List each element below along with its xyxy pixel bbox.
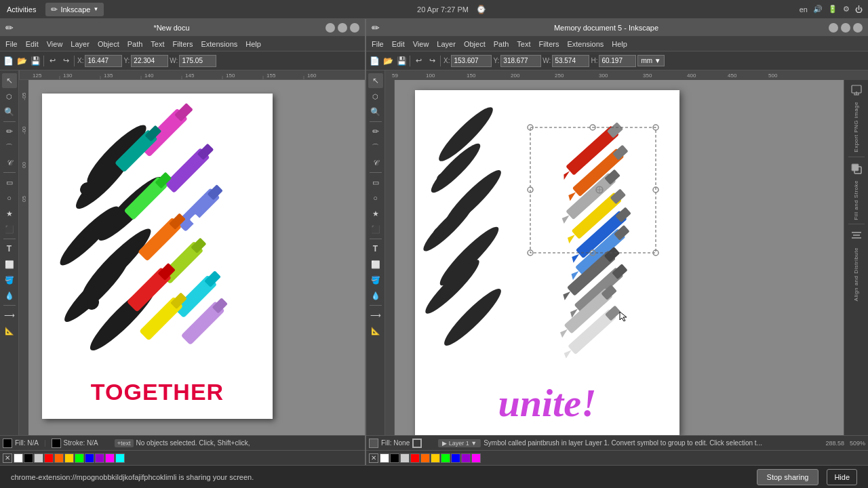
right-white-swatch[interactable] (380, 453, 389, 463)
magenta-swatch[interactable] (105, 453, 115, 463)
tool-calligraphy-right[interactable]: 𝒞 (368, 155, 383, 170)
menu-path-left[interactable]: Path (123, 39, 147, 49)
tb-redo-right[interactable]: ↪ (425, 54, 439, 68)
menu-text-right[interactable]: Text (513, 39, 534, 49)
tool-select-right[interactable]: ↖ (368, 73, 383, 88)
tool-dropper-right[interactable]: 💧 (368, 288, 383, 303)
stop-sharing-button[interactable]: Stop sharing (757, 469, 819, 485)
menu-edit-left[interactable]: Edit (22, 39, 43, 49)
tool-rect-right[interactable]: ▭ (368, 175, 383, 190)
left-canvas[interactable]: TOGETHER (28, 80, 365, 435)
tb-new-right[interactable]: 📄 (368, 54, 381, 68)
no-color-swatch[interactable]: ✕ (3, 453, 12, 463)
tool-ellipse[interactable]: ○ (2, 190, 17, 205)
blue-swatch[interactable] (85, 453, 94, 463)
white-swatch[interactable] (14, 453, 23, 463)
right-black-swatch[interactable] (390, 453, 399, 463)
layer-dropdown-right[interactable]: ▶ Layer 1 ▼ (438, 439, 481, 447)
tb-open-right[interactable]: 📂 (381, 54, 395, 68)
tool-fill[interactable]: 🪣 (2, 272, 17, 287)
right-gray-swatch[interactable] (400, 453, 410, 463)
menu-object-right[interactable]: Object (460, 39, 490, 49)
tool-calligraphy[interactable]: 𝒞 (2, 155, 17, 170)
tool-connector-right[interactable]: ⟶ (368, 308, 383, 323)
tb-open-left[interactable]: 📂 (15, 54, 28, 68)
h-input-right[interactable] (599, 55, 636, 67)
menu-layer-left[interactable]: Layer (66, 39, 94, 49)
right-purple-swatch[interactable] (461, 453, 471, 463)
tb-save-left[interactable]: 💾 (28, 54, 42, 68)
tool-node[interactable]: ⬡ (2, 89, 17, 104)
red-swatch[interactable] (44, 453, 54, 463)
right-minimize-btn[interactable] (829, 23, 838, 33)
menu-extensions-right[interactable]: Extensions (563, 39, 608, 49)
menu-help-left[interactable]: Help (241, 39, 265, 49)
left-close-btn[interactable] (350, 23, 359, 33)
menu-object-left[interactable]: Object (94, 39, 123, 49)
right-maximize-btn[interactable] (841, 23, 850, 33)
menu-help-right[interactable]: Help (608, 39, 631, 49)
gray-swatch[interactable] (34, 453, 43, 463)
y-input-right[interactable] (500, 55, 541, 67)
tool-measure[interactable]: 📐 (2, 323, 17, 338)
left-minimize-btn[interactable] (326, 23, 335, 33)
inkscape-app-button[interactable]: ✏ Inkscape ▼ (45, 3, 104, 16)
cyan-swatch[interactable] (115, 453, 125, 463)
right-blue-swatch[interactable] (451, 453, 460, 463)
tool-fill-right[interactable]: 🪣 (368, 272, 383, 287)
hide-button[interactable]: Hide (827, 469, 857, 485)
right-canvas[interactable]: unite! (395, 80, 844, 435)
menu-edit-right[interactable]: Edit (388, 39, 409, 49)
menu-file-left[interactable]: File (1, 39, 22, 49)
menu-file-right[interactable]: File (368, 39, 388, 49)
tool-bezier[interactable]: ⌒ (2, 140, 17, 155)
orange-swatch[interactable] (54, 453, 64, 463)
tb-undo-right[interactable]: ↩ (412, 54, 425, 68)
tool-gradient-right[interactable]: ⬜ (368, 257, 383, 272)
tool-dropper[interactable]: 💧 (2, 288, 17, 303)
x-input-left[interactable] (85, 55, 122, 67)
tool-bezier-right[interactable]: ⌒ (368, 140, 383, 155)
tool-3dbox-right[interactable]: ⬛ (368, 222, 383, 237)
tool-star-right[interactable]: ★ (368, 206, 383, 221)
fill-stroke-button[interactable] (847, 161, 866, 176)
menu-view-left[interactable]: View (43, 39, 67, 49)
y-input-left[interactable] (131, 55, 168, 67)
right-no-color-swatch[interactable]: ✕ (369, 453, 378, 463)
tool-zoom-right[interactable]: 🔍 (368, 104, 383, 119)
tool-zoom-left[interactable]: 🔍 (2, 104, 17, 119)
align-distribute-button[interactable] (847, 228, 866, 243)
right-red-swatch[interactable] (410, 453, 420, 463)
export-png-button[interactable] (847, 83, 866, 98)
menu-filters-left[interactable]: Filters (169, 39, 197, 49)
tool-text-left[interactable]: T (2, 241, 17, 256)
tool-node-right[interactable]: ⬡ (368, 89, 383, 104)
right-orange-swatch[interactable] (420, 453, 430, 463)
yellow-swatch[interactable] (64, 453, 74, 463)
tb-undo-left[interactable]: ↩ (45, 54, 59, 68)
w-input-right[interactable] (552, 55, 589, 67)
tool-text-right[interactable]: T (368, 241, 383, 256)
black-swatch[interactable] (24, 453, 33, 463)
right-close-btn[interactable] (853, 23, 863, 33)
tool-3d-box[interactable]: ⬛ (2, 222, 17, 237)
menu-view-right[interactable]: View (409, 39, 433, 49)
right-magenta-swatch[interactable] (471, 453, 481, 463)
tool-star[interactable]: ★ (2, 206, 17, 221)
tb-redo-left[interactable]: ↪ (59, 54, 73, 68)
menu-extensions-left[interactable]: Extensions (197, 39, 241, 49)
left-maximize-btn[interactable] (338, 23, 347, 33)
activities-button[interactable]: Activities (0, 3, 43, 16)
right-green-swatch[interactable] (441, 453, 450, 463)
green-swatch[interactable] (75, 453, 84, 463)
menu-text-left[interactable]: Text (146, 39, 168, 49)
tb-save-right[interactable]: 💾 (395, 54, 408, 68)
tb-new-left[interactable]: 📄 (1, 54, 15, 68)
tool-rect[interactable]: ▭ (2, 175, 17, 190)
tool-ellipse-right[interactable]: ○ (368, 190, 383, 205)
menu-path-right[interactable]: Path (490, 39, 513, 49)
tool-gradient[interactable]: ⬜ (2, 257, 17, 272)
right-yellow-swatch[interactable] (431, 453, 440, 463)
tool-select[interactable]: ↖ (2, 73, 17, 88)
unit-selector-right[interactable]: mm ▼ (637, 55, 664, 66)
